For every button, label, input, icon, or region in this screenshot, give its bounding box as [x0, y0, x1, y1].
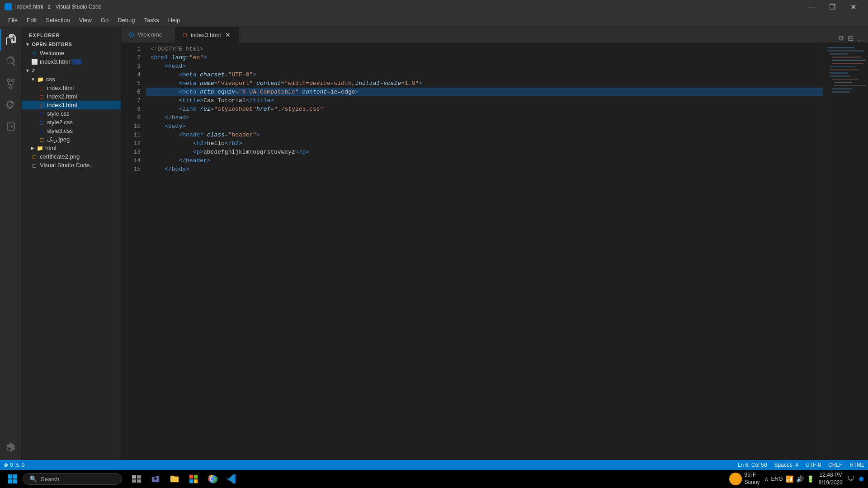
- index3-html-icon: ◻: [38, 102, 45, 108]
- css-folder[interactable]: ▼ 📁 css: [22, 75, 121, 84]
- taskbar-search-bar[interactable]: 🔍 Search: [23, 473, 122, 485]
- index3-html-file[interactable]: ◻ index3.html: [22, 101, 121, 109]
- vscode-taskbar-app[interactable]: [222, 470, 241, 488]
- code-line-8: <link rel="stylesheet"href="./style3.css…: [146, 105, 823, 113]
- wifi-icon: 📶: [786, 475, 793, 483]
- menu-help[interactable]: Help: [165, 15, 184, 25]
- sidebar-title: EXPLORER: [22, 27, 121, 40]
- indent-size[interactable]: Spaces: 4: [774, 462, 798, 468]
- vscode-file[interactable]: ◻ Visual Studio Code..: [22, 161, 121, 169]
- vscode-file-label: Visual Studio Code..: [40, 162, 93, 169]
- welcome-tab-icon: ⊙: [128, 30, 134, 39]
- menu-edit[interactable]: Edit: [23, 15, 40, 25]
- rank-jpeg-file[interactable]: ◻ رنک.jpeg: [22, 135, 121, 144]
- split-editor-icon[interactable]: ⊟: [848, 34, 854, 42]
- notification-icon[interactable]: 🗨: [847, 475, 854, 483]
- encoding[interactable]: UTF-8: [806, 462, 821, 468]
- menu-file[interactable]: File: [5, 15, 21, 25]
- extensions-activity-icon[interactable]: [0, 94, 22, 116]
- menu-view[interactable]: View: [75, 15, 95, 25]
- code-line-7: <title>Css Tutorial</title>: [146, 96, 823, 105]
- svg-rect-9: [830, 75, 850, 77]
- tab-index3-label: index3.html: [191, 32, 221, 38]
- main-area: EXPLORER ▼ OPEN EDITORS ⊙ Welcome ⬜ inde…: [0, 27, 868, 460]
- taskview-app[interactable]: [127, 470, 146, 488]
- svg-rect-16: [137, 475, 141, 479]
- index-html-file[interactable]: ◻ index.html: [22, 84, 121, 92]
- menu-bar: File Edit Selection View Go Debug Tasks …: [0, 14, 868, 27]
- system-tray: ∧ ENG 📶 🔊 🔋: [764, 475, 814, 483]
- open-editor-index3[interactable]: ⬜ index3.html css: [22, 57, 121, 66]
- index2-html-file[interactable]: ◻ index2.html: [22, 92, 121, 101]
- svg-rect-18: [137, 479, 141, 483]
- menu-selection[interactable]: Selection: [42, 15, 73, 25]
- open-settings-icon[interactable]: ⚙: [838, 34, 844, 42]
- z-folder-section[interactable]: ▼ Z: [22, 66, 121, 75]
- style2-css-label: style2.css: [47, 119, 73, 126]
- cursor-position[interactable]: Ln 6, Col 50: [738, 462, 767, 468]
- ms-store-app[interactable]: [184, 470, 203, 488]
- more-actions-icon[interactable]: …: [857, 34, 864, 42]
- svg-rect-21: [189, 479, 193, 483]
- run-activity-icon[interactable]: [0, 116, 22, 137]
- source-control-activity-icon[interactable]: [0, 72, 22, 94]
- maximize-button[interactable]: ❐: [822, 0, 843, 14]
- settings-activity-icon[interactable]: [0, 436, 22, 458]
- menu-go[interactable]: Go: [97, 15, 112, 25]
- weather-desc: Sunny: [745, 479, 760, 486]
- line-num-7: 7: [121, 96, 146, 105]
- tab-welcome[interactable]: ⊙ Welcome: [121, 27, 175, 42]
- open-editors-section[interactable]: ▼ OPEN EDITORS: [22, 40, 121, 49]
- minimize-button[interactable]: —: [801, 0, 822, 14]
- svg-rect-2: [830, 53, 848, 55]
- editor-area: ⊙ Welcome ◻ index3.html ✕ ⚙ ⊟ … 1 2 3 4: [121, 27, 868, 460]
- explorer-activity-icon[interactable]: [0, 29, 22, 51]
- language-indicator[interactable]: ENG: [771, 476, 783, 482]
- style2-css-file[interactable]: ◻ style2.css: [22, 118, 121, 127]
- svg-rect-12: [834, 85, 866, 86]
- style2-css-icon: ◻: [38, 119, 45, 126]
- error-count[interactable]: ⊗ 0 ⚠ 0: [4, 462, 24, 468]
- chevron-up-icon[interactable]: ∧: [764, 476, 769, 482]
- open-editors-chevron: ▼: [25, 42, 30, 47]
- style-css-file[interactable]: ◻ style.css: [22, 109, 121, 118]
- welcome-icon: ⊙: [31, 50, 38, 56]
- line-num-3: 3: [121, 62, 146, 70]
- style3-css-file[interactable]: ◻ style3.css: [22, 127, 121, 135]
- svg-rect-3: [832, 56, 861, 58]
- style-css-icon: ◻: [38, 111, 45, 117]
- open-editor-welcome[interactable]: ⊙ Welcome: [22, 49, 121, 57]
- css-folder-icon: 📁: [37, 76, 44, 83]
- menu-debug[interactable]: Debug: [114, 15, 138, 25]
- certificate-icon: ◻: [31, 154, 38, 160]
- svg-rect-11: [834, 82, 852, 83]
- certificate-file[interactable]: ◻ certificate2.png: [22, 152, 121, 161]
- open-editor-welcome-label: Welcome: [40, 50, 64, 56]
- tab-index3-html[interactable]: ◻ index3.html ✕: [175, 27, 239, 42]
- svg-rect-15: [132, 475, 136, 479]
- html-folder[interactable]: ▶ 📁 html: [22, 144, 121, 152]
- search-activity-icon[interactable]: [0, 51, 22, 72]
- code-area[interactable]: <!DOCTYPE html> <html lang="en"> <head> …: [146, 43, 823, 460]
- style-css-label: style.css: [47, 110, 70, 117]
- title-bar-title: index3.html - z - Visual Studio Code: [15, 4, 102, 10]
- file-explorer-app[interactable]: [165, 470, 184, 488]
- teams-app[interactable]: [146, 470, 165, 488]
- style3-css-label: style3.css: [47, 127, 73, 134]
- code-line-3: <head>: [146, 62, 823, 70]
- chrome-app[interactable]: [203, 470, 222, 488]
- language-mode[interactable]: HTML: [849, 462, 864, 468]
- menu-tasks[interactable]: Tasks: [140, 15, 162, 25]
- taskbar-clock[interactable]: 12:48 PM 8/19/2023: [819, 471, 843, 487]
- css-badge: css: [71, 59, 82, 65]
- title-bar-left: index3.html - z - Visual Studio Code: [5, 3, 102, 10]
- svg-rect-13: [832, 88, 852, 89]
- tab-close-button[interactable]: ✕: [224, 30, 231, 39]
- volume-icon[interactable]: 🔊: [796, 475, 804, 483]
- rank-jpeg-label: رنک.jpeg: [47, 136, 70, 143]
- close-button[interactable]: ✕: [843, 0, 863, 14]
- line-ending[interactable]: CRLF: [828, 462, 842, 468]
- svg-rect-22: [194, 479, 198, 483]
- windows-start-button[interactable]: [5, 471, 21, 487]
- rank-jpeg-icon: ◻: [38, 136, 45, 143]
